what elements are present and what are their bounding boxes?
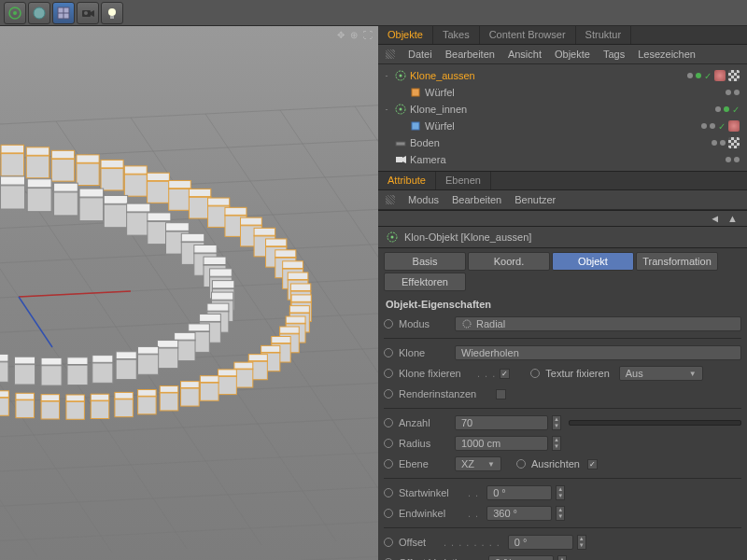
visibility-check-icon[interactable]: ✓	[704, 71, 712, 81]
offset-input[interactable]: 0 °	[508, 535, 573, 550]
offsetvar-input[interactable]: 0 %	[488, 555, 554, 560]
anzahl-slider[interactable]	[569, 420, 741, 426]
radio-icon[interactable]	[384, 459, 393, 469]
anzahl-spinner[interactable]: ▲▼	[552, 415, 561, 430]
ebene-dropdown[interactable]: XZ▼	[455, 456, 501, 471]
ausrichten-checkbox[interactable]: ✓	[587, 459, 598, 469]
tool-light[interactable]	[101, 2, 123, 24]
proptab-transformation[interactable]: Transformation	[636, 252, 718, 271]
modus-dropdown[interactable]: Radial	[455, 316, 741, 331]
tree-toggle-icon[interactable]: -	[382, 105, 391, 114]
radio-icon[interactable]	[530, 369, 540, 378]
proptab-basis[interactable]: Basis	[384, 252, 466, 271]
endwinkel-input[interactable]: 360 °	[486, 506, 552, 521]
radio-icon[interactable]	[384, 439, 393, 448]
menu-benutzer[interactable]: Benutzer	[514, 194, 556, 205]
tool-sphere[interactable]	[28, 2, 50, 24]
visibility-dot[interactable]	[726, 157, 731, 162]
svg-marker-19	[402, 156, 406, 163]
coffee-tag-icon[interactable]	[728, 120, 740, 132]
visibility-dot[interactable]	[734, 157, 740, 162]
visibility-dot[interactable]	[701, 123, 707, 129]
tree-toggle-icon[interactable]: -	[382, 71, 391, 80]
tree-item-würfel[interactable]: Würfel	[378, 84, 747, 101]
menu-bearbeiten[interactable]: Bearbeiten	[445, 49, 495, 60]
visibility-dot[interactable]	[734, 90, 740, 95]
radio-icon[interactable]	[384, 418, 393, 427]
radio-icon[interactable]	[384, 389, 393, 399]
visibility-dot[interactable]	[696, 73, 701, 78]
proptab-koord[interactable]: Koord.	[468, 252, 550, 271]
cloner-icon	[386, 231, 399, 244]
klone-dropdown[interactable]: Wiederholen	[455, 345, 741, 360]
visibility-check-icon[interactable]: ✓	[732, 105, 740, 115]
visibility-dot[interactable]	[726, 90, 731, 95]
object-header-label: Klon-Objekt [Klone_aussen]	[404, 231, 531, 243]
property-tabs: BasisKoord.ObjektTransformationEffektore…	[378, 248, 747, 295]
viewport-3d[interactable]: ✥ ⊕ ⛶	[0, 26, 378, 560]
svg-rect-13	[412, 89, 419, 96]
visibility-dot[interactable]	[710, 123, 715, 129]
checker-tag-icon[interactable]	[728, 70, 740, 81]
menu-bearbeiten[interactable]: Bearbeiten	[452, 194, 501, 205]
tab-ebenen[interactable]: Ebenen	[436, 172, 491, 189]
tab-struktur[interactable]: Struktur	[576, 26, 632, 44]
visibility-check-icon[interactable]: ✓	[718, 121, 726, 132]
tab-content-browser[interactable]: Content Browser	[480, 26, 576, 44]
visibility-dot[interactable]	[712, 140, 717, 146]
tab-takes[interactable]: Takes	[433, 26, 480, 44]
radio-icon[interactable]	[384, 369, 393, 378]
tab-objekte[interactable]: Objekte	[378, 26, 433, 44]
tree-item-klone_innen[interactable]: -Klone_innen✓	[378, 101, 747, 118]
radius-input[interactable]: 1000 cm	[455, 436, 548, 451]
offset-spinner[interactable]: ▲▼	[577, 535, 586, 550]
svg-point-7	[84, 11, 88, 15]
texturfix-label: Textur fixieren	[545, 368, 609, 379]
tree-item-würfel[interactable]: Würfel✓	[378, 118, 747, 134]
tool-atom[interactable]	[4, 2, 26, 24]
proptab-objekt[interactable]: Objekt	[552, 252, 634, 271]
menu-objekte[interactable]: Objekte	[555, 49, 590, 60]
top-toolbar	[0, 0, 747, 26]
radio-icon[interactable]	[384, 488, 393, 497]
radio-icon[interactable]	[516, 459, 526, 469]
tree-item-boden[interactable]: Boden	[378, 134, 747, 151]
radio-icon[interactable]	[384, 348, 393, 357]
svg-point-2	[34, 7, 45, 19]
menu-ansicht[interactable]: Ansicht	[508, 49, 542, 60]
startwinkel-spinner[interactable]: ▲▼	[556, 485, 565, 500]
menu-tags[interactable]: Tags	[603, 49, 625, 60]
visibility-dot[interactable]	[715, 106, 721, 112]
tab-attribute[interactable]: Attribute	[378, 172, 436, 189]
radius-spinner[interactable]: ▲▼	[552, 436, 561, 451]
menu-lesezeichen[interactable]: Lesezeichen	[638, 49, 696, 60]
tool-grid[interactable]	[52, 2, 75, 24]
tree-item-kamera[interactable]: Kamera	[378, 151, 747, 168]
startwinkel-input[interactable]: 0 °	[486, 485, 552, 500]
menu-datei[interactable]: Datei	[408, 49, 432, 60]
nav-back-icon[interactable]: ◄	[710, 213, 720, 224]
checker-tag-icon[interactable]	[728, 137, 740, 148]
radio-icon[interactable]	[384, 538, 393, 547]
visibility-dot[interactable]	[720, 140, 726, 146]
menu-modus[interactable]: Modus	[408, 194, 439, 205]
offsetvar-spinner[interactable]: ▲▼	[557, 555, 567, 560]
nav-up-icon[interactable]: ▲	[727, 213, 738, 224]
visibility-dot[interactable]	[724, 106, 729, 112]
cube-blue-icon	[409, 119, 422, 133]
tool-camera[interactable]	[77, 2, 99, 24]
anzahl-input[interactable]: 70	[455, 415, 548, 430]
radio-icon[interactable]	[384, 319, 393, 329]
objects-tabs: ObjekteTakesContent BrowserStruktur	[378, 26, 747, 45]
coffee-tag-icon[interactable]	[714, 70, 726, 81]
klonefix-checkbox[interactable]: ✓	[500, 369, 510, 379]
svg-point-22	[463, 320, 471, 328]
radio-icon[interactable]	[384, 509, 393, 518]
tree-item-klone_aussen[interactable]: -Klone_aussen✓	[378, 67, 747, 84]
texturfix-dropdown[interactable]: Aus▼	[619, 366, 703, 381]
proptab-effektoren[interactable]: Effektoren	[384, 273, 466, 291]
visibility-dot[interactable]	[687, 73, 693, 78]
renderinst-checkbox[interactable]	[496, 389, 506, 399]
modus-label: Modus	[399, 318, 451, 329]
endwinkel-spinner[interactable]: ▲▼	[556, 506, 565, 521]
